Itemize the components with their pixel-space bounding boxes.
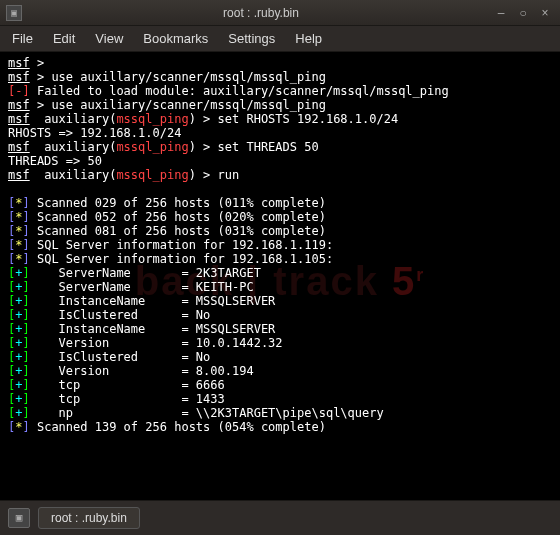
menu-help[interactable]: Help (295, 31, 322, 46)
term-line: [*] Scanned 139 of 256 hosts (054% compl… (8, 420, 552, 434)
term-line: [*] Scanned 052 of 256 hosts (020% compl… (8, 210, 552, 224)
term-line: [*] SQL Server information for 192.168.1… (8, 252, 552, 266)
term-line (8, 182, 552, 196)
menu-file[interactable]: File (12, 31, 33, 46)
minimize-button[interactable]: – (492, 6, 510, 20)
new-tab-button[interactable]: ▣ (8, 508, 30, 528)
tabbar: ▣ root : .ruby.bin (0, 500, 560, 534)
term-line: [*] SQL Server information for 192.168.1… (8, 238, 552, 252)
term-line: [+] InstanceName = MSSQLSERVER (8, 322, 552, 336)
term-line: [*] Scanned 029 of 256 hosts (011% compl… (8, 196, 552, 210)
term-line: [-] Failed to load module: auxillary/sca… (8, 84, 552, 98)
term-line: [+] Version = 10.0.1442.32 (8, 336, 552, 350)
term-line: [+] tcp = 6666 (8, 378, 552, 392)
term-line: [+] Version = 8.00.194 (8, 364, 552, 378)
term-line: [+] ServerName = 2K3TARGET (8, 266, 552, 280)
term-line: [*] Scanned 081 of 256 hosts (031% compl… (8, 224, 552, 238)
menu-view[interactable]: View (95, 31, 123, 46)
term-line: [+] InstanceName = MSSQLSERVER (8, 294, 552, 308)
tab-active[interactable]: root : .ruby.bin (38, 507, 140, 529)
term-line: [+] ServerName = KEITH-PC (8, 280, 552, 294)
menubar: File Edit View Bookmarks Settings Help (0, 26, 560, 52)
term-line: msf > use auxillary/scanner/mssql/mssql_… (8, 70, 552, 84)
menu-settings[interactable]: Settings (228, 31, 275, 46)
terminal-output[interactable]: back | track 5r msf > msf > use auxillar… (0, 52, 560, 500)
term-line: msf auxiliary(mssql_ping) > set THREADS … (8, 140, 552, 154)
maximize-button[interactable]: ○ (514, 6, 532, 20)
term-line: [+] tcp = 1433 (8, 392, 552, 406)
term-line: THREADS => 50 (8, 154, 552, 168)
term-line: [+] IsClustered = No (8, 350, 552, 364)
close-button[interactable]: × (536, 6, 554, 20)
term-line: msf auxiliary(mssql_ping) > run (8, 168, 552, 182)
window-title: root : .ruby.bin (30, 6, 492, 20)
term-line: RHOSTS => 192.168.1.0/24 (8, 126, 552, 140)
terminal-app-icon: ▣ (6, 5, 22, 21)
term-line: [+] np = \\2K3TARGET\pipe\sql\query (8, 406, 552, 420)
term-line: msf > (8, 56, 552, 70)
term-line: [+] IsClustered = No (8, 308, 552, 322)
titlebar: ▣ root : .ruby.bin – ○ × (0, 0, 560, 26)
term-line: msf > use auxiliary/scanner/mssql/mssql_… (8, 98, 552, 112)
menu-bookmarks[interactable]: Bookmarks (143, 31, 208, 46)
window-controls: – ○ × (492, 6, 554, 20)
term-line: msf auxiliary(mssql_ping) > set RHOSTS 1… (8, 112, 552, 126)
menu-edit[interactable]: Edit (53, 31, 75, 46)
